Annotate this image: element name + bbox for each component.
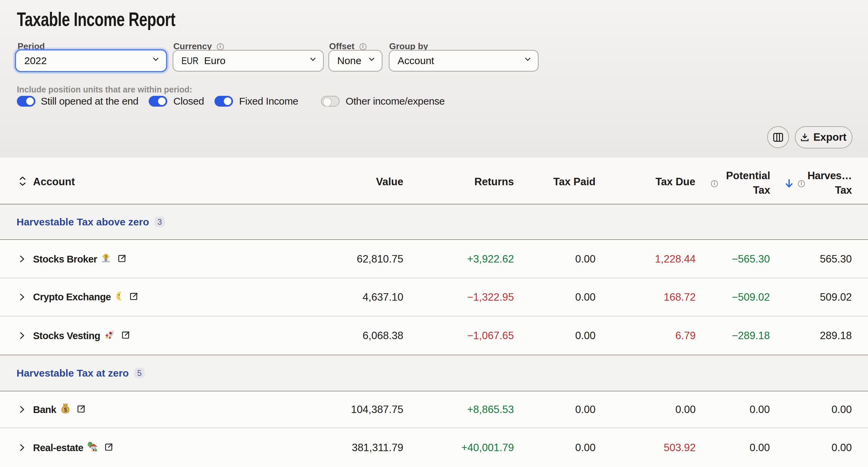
svg-text:$: $ xyxy=(105,254,107,258)
svg-text:$: $ xyxy=(64,406,67,413)
